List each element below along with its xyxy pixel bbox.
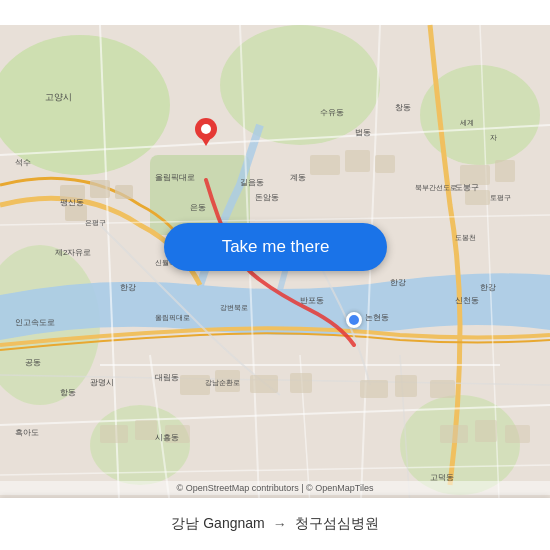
svg-text:강남순환로: 강남순환로 xyxy=(205,379,240,387)
route-to-label: 청구섬심병원 xyxy=(295,515,379,533)
svg-text:수유동: 수유동 xyxy=(320,108,344,117)
svg-text:인고속도로: 인고속도로 xyxy=(15,318,55,327)
svg-rect-37 xyxy=(465,190,490,205)
svg-text:한강: 한강 xyxy=(120,283,136,292)
svg-text:올림픽대로: 올림픽대로 xyxy=(155,173,195,182)
svg-rect-30 xyxy=(250,375,278,393)
svg-text:공동: 공동 xyxy=(25,358,41,367)
svg-rect-27 xyxy=(375,155,395,173)
svg-text:은평구: 은평구 xyxy=(85,219,106,226)
svg-rect-22 xyxy=(90,180,110,198)
svg-text:자: 자 xyxy=(490,134,497,141)
svg-text:창동: 창동 xyxy=(395,103,411,112)
svg-text:은동: 은동 xyxy=(190,203,206,212)
svg-rect-33 xyxy=(395,375,417,397)
svg-rect-43 xyxy=(505,425,530,443)
svg-rect-26 xyxy=(345,150,370,172)
svg-text:논현동: 논현동 xyxy=(365,313,389,322)
svg-rect-39 xyxy=(135,420,157,440)
svg-text:신천동: 신천동 xyxy=(455,296,479,305)
svg-text:항동: 항동 xyxy=(60,388,76,397)
map-attribution: © OpenStreetMap contributors | © OpenMap… xyxy=(0,481,550,495)
svg-text:고양시: 고양시 xyxy=(45,92,72,102)
svg-text:대림동: 대림동 xyxy=(155,373,179,382)
route-from-label: 강남 Gangnam xyxy=(171,515,264,533)
svg-text:광명시: 광명시 xyxy=(90,378,114,387)
svg-text:돈암동: 돈암동 xyxy=(255,193,279,202)
svg-rect-25 xyxy=(310,155,340,175)
svg-text:제2자유로: 제2자유로 xyxy=(55,248,91,257)
svg-point-82 xyxy=(201,124,211,134)
svg-text:법동: 법동 xyxy=(355,128,371,137)
svg-marker-83 xyxy=(200,136,212,146)
svg-text:석수: 석수 xyxy=(15,158,31,167)
svg-text:한강: 한강 xyxy=(390,278,406,287)
svg-text:길음동: 길음동 xyxy=(240,178,264,187)
svg-text:세계: 세계 xyxy=(460,119,474,126)
route-arrow-icon: → xyxy=(273,516,287,532)
svg-text:한강: 한강 xyxy=(480,283,496,292)
svg-rect-42 xyxy=(475,420,497,442)
svg-text:계동: 계동 xyxy=(290,173,306,182)
svg-rect-32 xyxy=(360,380,388,398)
svg-rect-24 xyxy=(65,205,87,221)
svg-rect-35 xyxy=(460,165,490,185)
svg-text:도봉구: 도봉구 xyxy=(455,183,479,192)
svg-text:시흥동: 시흥동 xyxy=(155,433,179,442)
svg-rect-31 xyxy=(290,373,312,393)
svg-rect-41 xyxy=(440,425,468,443)
route-info-bar: 강남 Gangnam → 청구섬심병원 xyxy=(0,498,550,550)
svg-text:토평구: 토평구 xyxy=(490,194,511,201)
svg-text:올림픽대로: 올림픽대로 xyxy=(155,314,190,322)
svg-rect-36 xyxy=(495,160,515,182)
svg-text:흑아도: 흑아도 xyxy=(15,428,39,437)
svg-text:도봉천: 도봉천 xyxy=(455,234,476,242)
svg-text:팽신동: 팽신동 xyxy=(60,198,84,207)
current-location-dot xyxy=(346,312,362,328)
svg-rect-38 xyxy=(100,425,128,443)
map-container: 고양시 석수 팽신동 은평구 제2자유로 올림픽대로 은동 길음동 돈암동 계동… xyxy=(0,0,550,550)
svg-rect-34 xyxy=(430,380,455,398)
take-me-there-button[interactable]: Take me there xyxy=(164,223,387,271)
svg-text:강변북로: 강변북로 xyxy=(220,304,248,312)
map-background: 고양시 석수 팽신동 은평구 제2자유로 올림픽대로 은동 길음동 돈암동 계동… xyxy=(0,0,550,550)
destination-pin xyxy=(195,118,217,146)
svg-rect-23 xyxy=(115,185,133,199)
svg-text:북부간선도로: 북부간선도로 xyxy=(415,184,457,192)
svg-text:반포동: 반포동 xyxy=(300,296,324,305)
